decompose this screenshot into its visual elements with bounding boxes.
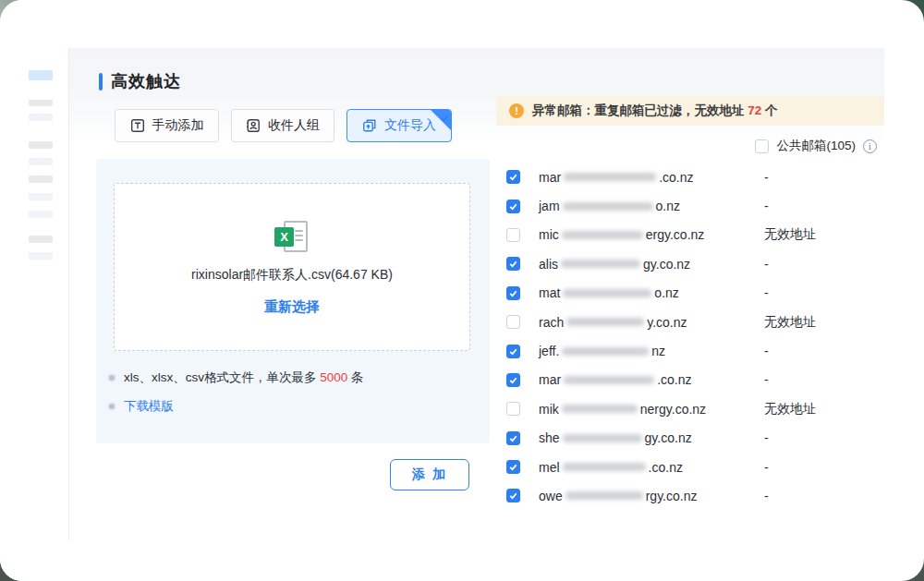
invalid-count: 72	[748, 103, 761, 117]
warning-icon: !	[509, 103, 524, 118]
email-status: -	[764, 430, 769, 445]
sidebar-item[interactable]	[29, 252, 53, 260]
email-status: -	[764, 170, 769, 185]
redacted-text	[563, 202, 653, 211]
email-status: 无效地址	[764, 314, 816, 331]
tab-manual-add[interactable]: 手动添加	[115, 109, 219, 142]
upload-panel: X rixinsolar邮件联系人.csv(64.67 KB) 重新选择 xls…	[96, 159, 490, 443]
sidebar-item-active[interactable]	[29, 70, 53, 80]
redacted-text	[562, 231, 643, 239]
email-checkbox[interactable]	[506, 402, 520, 416]
email-row: mato.nz -	[506, 279, 884, 308]
format-hint-text: xls、xlsx、csv格式文件，单次最多	[124, 370, 320, 384]
email-checkbox[interactable]	[506, 170, 520, 184]
template-hint: 下载模版	[107, 398, 174, 415]
email-row: mar.co.nz -	[506, 163, 884, 191]
file-dropzone[interactable]: X rixinsolar邮件联系人.csv(64.67 KB) 重新选择	[114, 183, 470, 351]
public-mailbox-checkbox[interactable]	[755, 139, 769, 153]
email-row: miknergy.co.nz 无效地址	[506, 394, 884, 423]
email-checkbox[interactable]	[506, 373, 520, 387]
redacted-text	[564, 376, 654, 384]
public-mailbox-label: 公共邮箱(105)	[776, 138, 856, 154]
email-row: jeff.nz -	[506, 336, 884, 365]
sidebar-item[interactable]	[29, 114, 53, 121]
sidebar-item[interactable]	[29, 176, 53, 183]
redacted-text	[565, 491, 643, 500]
email-row: jamo.nz -	[506, 191, 884, 220]
email-checkbox[interactable]	[506, 286, 520, 300]
redacted-text	[564, 173, 656, 181]
email-address: shegy.co.nz	[539, 430, 692, 445]
email-address: mar.co.nz	[539, 372, 691, 387]
redacted-text	[561, 260, 640, 268]
file-import-icon	[362, 118, 377, 133]
page-title-text: 高效触达	[111, 70, 181, 92]
email-checkbox[interactable]	[506, 489, 520, 502]
recipient-group-icon	[246, 118, 261, 133]
email-row: rachy.co.nz 无效地址	[506, 308, 884, 336]
email-checkbox[interactable]	[506, 228, 520, 242]
email-row: alisgy.co.nz -	[506, 249, 884, 278]
sidebar-item[interactable]	[29, 211, 53, 218]
email-status: 无效地址	[764, 401, 816, 418]
tab-label: 收件人组	[268, 117, 320, 134]
redacted-text	[566, 318, 644, 326]
email-row: owergy.co.nz -	[506, 481, 884, 510]
email-checkbox[interactable]	[506, 315, 520, 329]
title-accent-bar	[99, 73, 103, 91]
bullet-icon	[109, 375, 115, 381]
email-checkbox[interactable]	[506, 200, 520, 213]
email-address: mato.nz	[539, 285, 679, 300]
email-status: 无效地址	[764, 226, 816, 243]
email-checkbox[interactable]	[506, 345, 520, 358]
redacted-text	[563, 289, 651, 297]
sidebar-item[interactable]	[29, 236, 53, 243]
page-title: 高效触达	[99, 70, 181, 92]
email-status: -	[764, 199, 769, 213]
sidebar-item[interactable]	[29, 100, 53, 106]
download-template-link[interactable]: 下载模版	[124, 398, 174, 415]
excel-file-icon: X	[274, 221, 310, 254]
app-window: 高效触达 手动添加 收件人组	[0, 0, 924, 581]
email-list: mar.co.nz - jamo.nz - micergy.co.nz 无效地址…	[506, 163, 884, 511]
email-checkbox[interactable]	[506, 431, 520, 445]
email-address: micergy.co.nz	[539, 227, 704, 242]
redacted-text	[563, 434, 642, 442]
email-status: -	[764, 344, 769, 358]
email-address: alisgy.co.nz	[539, 257, 690, 272]
email-address: mel.co.nz	[539, 460, 683, 475]
sidebar-skeleton	[0, 0, 68, 581]
public-mailbox-row: 公共邮箱(105) i	[755, 138, 877, 154]
sidebar-item[interactable]	[29, 193, 53, 200]
uploaded-file-name: rixinsolar邮件联系人.csv(64.67 KB)	[191, 267, 393, 284]
email-address: owergy.co.nz	[539, 489, 697, 503]
format-hint-suffix: 条	[347, 370, 363, 384]
email-checkbox[interactable]	[506, 257, 520, 271]
email-status: -	[764, 489, 769, 503]
email-status: -	[764, 257, 769, 272]
email-row: mel.co.nz -	[506, 453, 884, 481]
tab-label: 手动添加	[152, 117, 204, 134]
tab-recipient-group[interactable]: 收件人组	[231, 109, 334, 142]
tab-file-import[interactable]: 文件导入	[346, 109, 452, 142]
info-icon[interactable]: i	[863, 139, 877, 153]
sidebar-item[interactable]	[29, 141, 53, 149]
email-status: -	[764, 372, 769, 387]
selected-check-icon	[440, 111, 450, 121]
redacted-text	[563, 463, 646, 471]
warning-text-suffix: 个	[761, 103, 777, 117]
sidebar-item[interactable]	[29, 158, 53, 165]
email-status: -	[764, 285, 769, 300]
reselect-file-link[interactable]: 重新选择	[264, 298, 320, 316]
email-checkbox[interactable]	[506, 460, 520, 474]
redacted-text	[562, 347, 649, 356]
tab-bar: 手动添加 收件人组 文件导入	[115, 109, 452, 142]
email-status: -	[764, 460, 769, 475]
manual-add-icon	[130, 118, 145, 133]
add-button[interactable]: 添 加	[390, 459, 469, 490]
email-row: micergy.co.nz 无效地址	[506, 221, 884, 249]
format-hint: xls、xlsx、csv格式文件，单次最多 5000 条	[107, 369, 364, 386]
email-address: miknergy.co.nz	[539, 402, 706, 417]
bullet-icon	[109, 404, 115, 409]
warning-text: 异常邮箱：重复邮箱已过滤，无效地址	[532, 103, 748, 117]
